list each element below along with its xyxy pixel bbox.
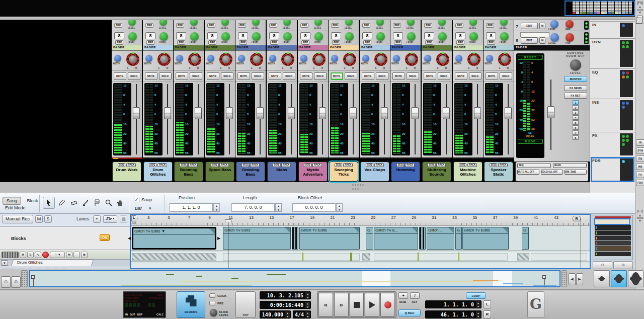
- channel-nameplate[interactable]: SEQRACKSpeaker Static: [484, 162, 513, 182]
- tempo-display[interactable]: 140.000▲▼: [260, 310, 291, 318]
- channel-fader[interactable]: [350, 84, 357, 154]
- rack-button[interactable]: RACK: [219, 163, 229, 167]
- solo-all-off-button[interactable]: SOLO ALL OFF: [541, 170, 563, 175]
- rack-button[interactable]: RACK: [250, 163, 260, 167]
- pre-button[interactable]: PRE: [425, 40, 433, 45]
- side-button-eq[interactable]: EQ: [636, 155, 644, 162]
- width-knob[interactable]: [486, 55, 493, 62]
- note-clip-hatch[interactable]: [517, 253, 529, 261]
- time-spinner[interactable]: ▲▼: [305, 302, 310, 308]
- detach-window-icon[interactable]: [637, 16, 642, 21]
- clip[interactable]: Glitch Tv Edits: [462, 227, 509, 250]
- channel-fader[interactable]: [412, 84, 419, 154]
- nav-section-fx[interactable]: FX: [590, 132, 635, 157]
- nav-section-ins[interactable]: INS: [590, 99, 635, 132]
- right-loop-marker[interactable]: R: [573, 216, 581, 221]
- clip[interactable]: Glitch Tv Edits: [223, 227, 291, 250]
- level-knob[interactable]: [221, 32, 230, 41]
- seq-button[interactable]: SEQ: [304, 163, 312, 167]
- mixer-splitter[interactable]: ▲▼: [637, 6, 643, 14]
- level-knob[interactable]: [221, 20, 229, 26]
- level-knob[interactable]: [438, 20, 446, 26]
- bus-button-6[interactable]: 6: [573, 125, 579, 130]
- level-knob[interactable]: [190, 32, 199, 41]
- blocks-track-row[interactable]: Blocks ON: [0, 226, 130, 250]
- channel-fader[interactable]: [443, 84, 450, 154]
- rack-button[interactable]: RACK: [157, 163, 167, 167]
- rack-button[interactable]: RACK: [498, 163, 508, 167]
- channel-fader[interactable]: [288, 84, 295, 154]
- mute-button[interactable]: MUTE: [207, 72, 219, 80]
- song-zoom-in-button[interactable]: ⊕: [11, 276, 21, 288]
- pan-knob[interactable]: [219, 53, 232, 66]
- mute-button[interactable]: MUTE: [362, 72, 374, 80]
- song-position-spinner[interactable]: ▲▼: [305, 292, 310, 298]
- level-knob[interactable]: [376, 20, 384, 26]
- side-button-dyn[interactable]: DYN: [636, 147, 644, 154]
- lane-delete-button[interactable]: ⊗: [81, 252, 88, 258]
- rack-zoom-in-button[interactable]: ⊕: [613, 261, 633, 269]
- bus-select-list[interactable]: 12345678: [573, 100, 579, 140]
- channel-nameplate[interactable]: SEQRACKStabs: [267, 162, 296, 182]
- level-knob[interactable]: [283, 32, 292, 41]
- channel-nameplate[interactable]: SEQRACKGrowling Bass: [236, 162, 265, 182]
- seq-button[interactable]: SEQ: [242, 163, 250, 167]
- song-mode-button[interactable]: Song: [3, 197, 21, 205]
- solo-button[interactable]: SOLO: [190, 72, 202, 80]
- width-knob[interactable]: [269, 55, 276, 62]
- channel-nameplate[interactable]: SEQRACKDrum Glitches: [143, 162, 173, 182]
- level-knob[interactable]: [159, 32, 168, 41]
- device-thumbnail[interactable]: [2, 252, 19, 258]
- channel-fader[interactable]: [133, 84, 140, 154]
- channel-fader[interactable]: [381, 84, 388, 154]
- mute-button[interactable]: MUTE: [269, 72, 281, 80]
- fx-return-button[interactable]: FX RET: [564, 93, 587, 99]
- blocks-on-badge[interactable]: ON: [100, 234, 110, 241]
- pre-button[interactable]: PRE: [424, 23, 432, 28]
- pre-button[interactable]: PRE: [238, 23, 246, 28]
- blocks-lane[interactable]: Glitch Tv Edits ▼◀▶Glitch Tv EditsGlitch…: [131, 226, 590, 251]
- master-fader[interactable]: [547, 79, 554, 150]
- rack-button[interactable]: RACK: [374, 163, 384, 167]
- solo-button[interactable]: SOLO: [283, 72, 295, 80]
- rack-button[interactable]: RACK: [405, 163, 415, 167]
- seq-button[interactable]: SEQ: [366, 163, 374, 167]
- seq-button[interactable]: SEQ: [335, 163, 343, 167]
- width-knob[interactable]: [145, 55, 152, 62]
- bus8-level-knob[interactable]: [550, 33, 559, 42]
- lane-mute-button[interactable]: M: [20, 252, 26, 258]
- channel-nameplate[interactable]: SEQRACKSpace Bass: [205, 162, 234, 182]
- overview-end-marker[interactable]: [542, 275, 546, 279]
- level-knob[interactable]: [500, 32, 509, 41]
- reason-logo-button[interactable]: G: [527, 291, 544, 318]
- bus-button-7[interactable]: 7: [573, 130, 579, 135]
- note-clip-hatch[interactable]: [362, 253, 370, 261]
- width-knob[interactable]: [176, 55, 183, 62]
- loop-r-button[interactable]: R: [484, 310, 491, 318]
- mute-button[interactable]: MUTE: [392, 72, 405, 80]
- q-rec-button[interactable]: Q REC: [398, 309, 421, 316]
- seq-button[interactable]: SEQ: [428, 163, 436, 167]
- rack-button[interactable]: RACK: [343, 163, 353, 167]
- pre-button[interactable]: PRE: [176, 23, 184, 28]
- pre-button[interactable]: PRE: [269, 23, 277, 28]
- mixer-overview-navigator[interactable]: [565, 1, 635, 16]
- lane-automation-button[interactable]: ∿: [35, 252, 41, 258]
- nav-section-eq[interactable]: EQ: [590, 68, 635, 99]
- pre-button[interactable]: PRE: [362, 23, 370, 28]
- seq-button[interactable]: SEQ: [459, 163, 467, 167]
- pre-button[interactable]: PRE: [331, 23, 339, 28]
- track-solo-button[interactable]: S: [44, 215, 52, 223]
- pan-knob[interactable]: [374, 53, 387, 66]
- rack-zoom-out-button[interactable]: ⊖: [593, 261, 612, 269]
- bus8-edit-button[interactable]: EDIT: [521, 37, 538, 44]
- pan-knob[interactable]: [343, 53, 356, 66]
- width-knob[interactable]: [238, 55, 245, 62]
- rack-button[interactable]: RACK: [126, 163, 136, 167]
- clip[interactable]: Glitch...: [427, 227, 454, 250]
- channel-nameplate[interactable]: SEQRACKMachine Glitches: [453, 162, 482, 182]
- record-arm-button[interactable]: [42, 252, 49, 258]
- side-button-ins[interactable]: INS: [636, 164, 644, 170]
- send-8-button[interactable]: 8: [269, 32, 279, 39]
- scroll-right-button[interactable]: ▶: [576, 273, 583, 285]
